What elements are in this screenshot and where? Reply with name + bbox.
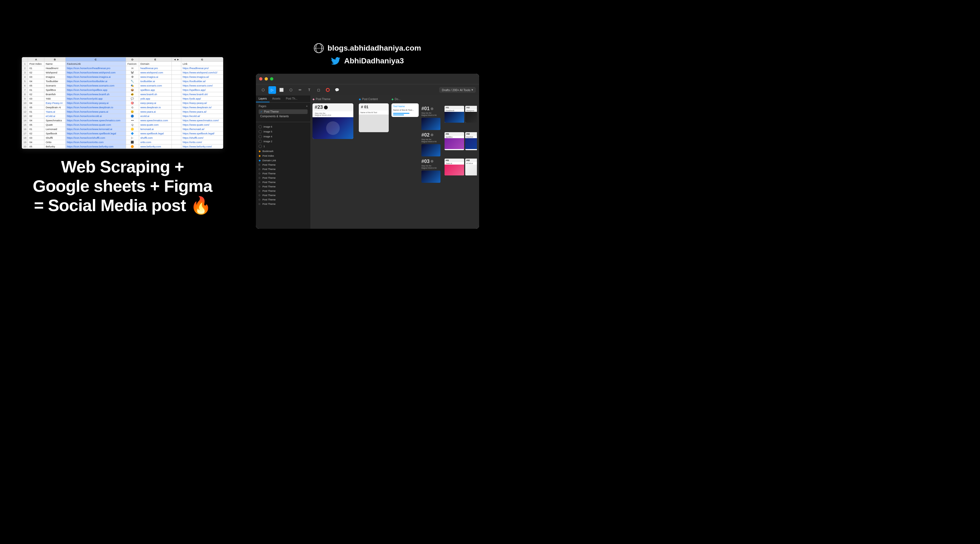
canvas-content: ◆ Post Theme #23 Step into theMagical Wo…: [312, 98, 477, 227]
tool-name-field: Tool Name: [393, 105, 417, 108]
page-post-theme[interactable]: ✓ Post Theme: [259, 109, 308, 114]
cell-c: https://icon.horse/icon/www.imagica.ai: [65, 75, 126, 79]
cell-rownum: 3: [22, 70, 28, 75]
layer-icon-1: [259, 145, 262, 148]
cell-f: [172, 66, 181, 70]
row-03-header: #03: [422, 159, 443, 164]
tool-select[interactable]: ▷: [269, 86, 276, 94]
table-row: 16 01 Lemonaid https://icon.horse/icon/w…: [22, 127, 223, 131]
tab-assets[interactable]: Assets: [269, 95, 283, 102]
website-text: blogs.abhidadhaniya.com: [328, 44, 421, 52]
tab-post-theme[interactable]: Post Th...: [283, 95, 300, 102]
cell-g: https://headlinesai.pro/: [181, 66, 223, 70]
tool-hand[interactable]: ⭕: [324, 86, 332, 94]
domain-actions: [393, 113, 417, 115]
layer-domain-link[interactable]: ◆ Domain Link: [256, 158, 310, 163]
add-page-icon[interactable]: +: [306, 105, 308, 108]
ecold-img: [465, 165, 477, 175]
tool-01-label: #01: [445, 106, 464, 109]
titlebar-dot-red[interactable]: [259, 77, 262, 81]
cell-b: Lemonaid: [44, 127, 65, 131]
layer-post-theme-4[interactable]: Post Theme: [256, 176, 310, 180]
cell-c: https://icon.horse/icon/www.wishpond.com: [65, 70, 126, 75]
figma-canvas[interactable]: ◆ Post Theme #23 Step into theMagical Wo…: [310, 95, 479, 229]
tool-02-name: Wishpond: [465, 109, 477, 112]
col-d-header: D: [126, 57, 139, 62]
titlebar-dot-green[interactable]: [270, 77, 273, 81]
layer-post-theme-2[interactable]: Post Theme: [256, 167, 310, 171]
layer-post-theme-9[interactable]: Post Theme: [256, 197, 310, 202]
cell-e: toolbuilder.ai: [139, 79, 172, 83]
cell-g: https://ortto.com/: [181, 140, 223, 144]
layer-dot-6: [259, 186, 260, 187]
layer-bookmark[interactable]: ◆ Bookmark: [256, 149, 310, 154]
cell-c: https://icon.horse/icon/headlinesai.pro: [65, 66, 126, 70]
tool-frame[interactable]: ⬜: [278, 86, 285, 94]
cell-a: 03: [28, 96, 45, 101]
layer-label-post-theme-6: Post Theme: [262, 185, 275, 188]
page-post-theme-label: Post Theme: [264, 110, 279, 113]
cell-g: https://toolbuilder.ai/: [181, 79, 223, 83]
cell-a: 04: [28, 101, 45, 105]
tool-comment[interactable]: 💬: [333, 86, 341, 94]
tool-01-img: [445, 112, 464, 123]
layer-label-post-theme-1: Post Theme: [262, 163, 275, 166]
layer-post-theme-5[interactable]: Post Theme: [256, 180, 310, 184]
tool-scale[interactable]: ⬡: [287, 86, 294, 94]
layer-post-theme-10[interactable]: Post Theme: [256, 202, 310, 206]
layer-image6[interactable]: image 6: [256, 124, 310, 129]
layer-post-theme-1[interactable]: Post Theme: [256, 163, 310, 167]
cell-a: 05: [28, 105, 45, 109]
layer-label-bookmark: Bookmark: [262, 150, 274, 152]
cell-a: 03: [28, 135, 45, 140]
layer-post-theme-8[interactable]: Post Theme: [256, 193, 310, 197]
layer-image2[interactable]: image 2: [256, 139, 310, 144]
tab-layers[interactable]: Layers: [256, 95, 269, 102]
cell-d: 🔵: [126, 114, 139, 118]
cell-b: Yaara.ai: [44, 109, 65, 114]
cell-f: [172, 109, 181, 114]
cell-a: 02: [28, 131, 45, 135]
tool-pen[interactable]: ✏: [296, 86, 304, 94]
layer-label-image2: image 2: [264, 140, 272, 143]
tool-text[interactable]: T: [305, 86, 313, 94]
row-02-label: #02 Step into theMagical World of AI: [422, 132, 443, 156]
cell-e: www.scenario.com: [139, 83, 172, 87]
cell-e: www.quattr.com: [139, 122, 172, 127]
cell-e: ecold.ai: [139, 114, 172, 118]
domain-card: Tool Name Name of the AI Tool...: [391, 103, 419, 117]
layer-post-index[interactable]: ◆ Post Index: [256, 154, 310, 158]
cell-e: spellbox.app: [139, 87, 172, 92]
layer-dot-10: [259, 203, 260, 205]
layer-post-theme-6[interactable]: Post Theme: [256, 184, 310, 189]
row-01-thumb: [422, 118, 441, 130]
cell-f: [172, 114, 181, 118]
tool-shapes[interactable]: ◻: [315, 86, 322, 94]
layer-1[interactable]: 1: [256, 144, 310, 149]
layer-label-image4: image 4: [264, 135, 272, 138]
layer-post-theme-3[interactable]: Post Theme: [256, 171, 310, 176]
page-components[interactable]: Components & Variants: [259, 114, 308, 119]
drafts-button[interactable]: Drafts / 200+ AI Tools ▾: [439, 87, 476, 93]
cell-f: [172, 87, 181, 92]
cell-d: H: [126, 66, 139, 70]
row-03-thumb: [422, 171, 441, 183]
cell-e: lemonaid.ai: [139, 127, 172, 131]
cell-d: 📦: [126, 87, 139, 92]
titlebar-dot-yellow[interactable]: [265, 77, 268, 81]
cell-e: www.yaara.ai: [139, 109, 172, 114]
row-01-number: #01: [422, 106, 430, 111]
layer-image5[interactable]: image 5: [256, 129, 310, 134]
layer-post-theme-7[interactable]: Post Theme: [256, 189, 310, 193]
twitter-text: AbhiDadhaniya3: [344, 57, 404, 65]
post-subtitle: Step into theMagical World of AI: [312, 111, 353, 117]
row-02-header: #02: [422, 132, 443, 138]
cell-c: https://icon.horse/icon/www.lemonaid.ai: [65, 127, 126, 131]
cell-f: [172, 127, 181, 131]
cell-rownum: 17: [22, 131, 28, 135]
website-row: blogs.abhidadhaniya.com: [314, 43, 421, 53]
layer-image4[interactable]: image 4: [256, 134, 310, 139]
header-favicon: Favicon: [126, 62, 139, 66]
cell-f: [172, 140, 181, 144]
tool-move[interactable]: ⬡: [259, 86, 267, 94]
